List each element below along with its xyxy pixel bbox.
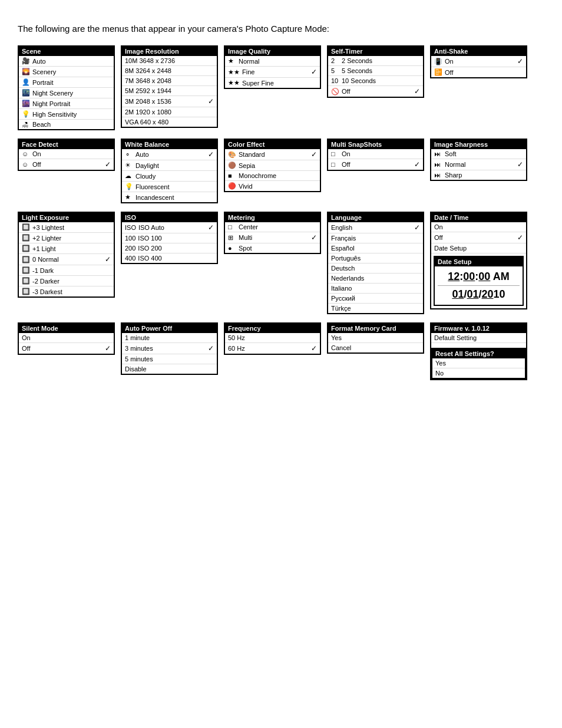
menu-item-face-detect-0[interactable]: ☺On: [19, 149, 114, 159]
menu-item-scene-5[interactable]: 💡High Sensitivity: [19, 109, 114, 120]
menu-item-color-effect-1[interactable]: 🟤Sepia: [225, 160, 320, 171]
menu-item-white-balance-0[interactable]: ⚬Auto✓: [122, 149, 217, 160]
menu-item-face-detect-1[interactable]: ☺Off✓: [19, 159, 114, 170]
item-label-scene-5: High Sensitivity: [32, 111, 77, 118]
menu-item-image-resolution-5[interactable]: 2M 1920 x 1080: [122, 107, 217, 117]
item-icon-color-effect-1: 🟤: [228, 162, 236, 169]
menu-item-image-quality-2[interactable]: ★★Super Fine: [225, 78, 320, 88]
menu-item-image-resolution-6[interactable]: VGA 640 x 480: [122, 117, 217, 127]
menu-item-multi-snapshots-0[interactable]: □On: [328, 149, 423, 159]
checkmark-image-sharpness-1: ✓: [517, 160, 523, 169]
menu-item-format-memory-1[interactable]: Cancel: [328, 343, 423, 353]
checkmark-silent-mode-1: ✓: [105, 344, 111, 353]
menu-item-iso-0[interactable]: ISOISO Auto✓: [122, 222, 217, 233]
menu-item-language-6[interactable]: Italiano: [328, 284, 423, 294]
menu-item-language-0[interactable]: English✓: [328, 222, 423, 233]
menu-item-light-exposure-1[interactable]: 🔲+2 Lighter: [19, 233, 114, 243]
menu-item-image-resolution-1[interactable]: 8M 3264 x 2448: [122, 66, 217, 76]
menu-item-date-time-0[interactable]: On: [431, 222, 526, 232]
menu-item-white-balance-1[interactable]: ☀Daylight: [122, 160, 217, 171]
menu-item-silent-mode-0[interactable]: On: [19, 333, 114, 343]
menu-item-date-time-1[interactable]: Off✓: [431, 232, 526, 243]
menu-item-image-sharpness-1[interactable]: ⏭Normal✓: [431, 159, 526, 170]
menu-item-firmware-0[interactable]: Default Setting: [431, 333, 526, 343]
menu-item-light-exposure-2[interactable]: 🔲+1 Light: [19, 243, 114, 254]
menu-self-timer: Self-Timer22 Seconds55 Seconds1010 Secon…: [327, 45, 424, 98]
menu-item-image-resolution-0[interactable]: 10M 3648 x 2736: [122, 56, 217, 66]
menu-item-scene-6[interactable]: 🏖Beach: [19, 120, 114, 129]
menu-item-format-memory-0[interactable]: Yes: [328, 333, 423, 343]
menu-item-white-balance-2[interactable]: ☁Cloudy: [122, 171, 217, 182]
item-icon-metering-1: ⊞: [228, 234, 236, 242]
menu-item-frequency-1[interactable]: 60 Hz✓: [225, 343, 320, 354]
menu-white-balance: White Balance⚬Auto✓☀Daylight☁Cloudy💡Fluo…: [121, 139, 218, 203]
reset-item-1[interactable]: No: [432, 368, 525, 378]
menu-item-language-1[interactable]: Français: [328, 233, 423, 243]
menu-item-light-exposure-4[interactable]: 🔲-1 Dark: [19, 265, 114, 276]
menu-item-light-exposure-5[interactable]: 🔲-2 Darker: [19, 276, 114, 286]
item-label-anti-shake-1: Off: [445, 69, 453, 76]
menu-item-auto-power-off-0[interactable]: 1 minute: [122, 333, 217, 343]
menu-item-color-effect-2[interactable]: ■Monochrome: [225, 171, 320, 181]
menu-item-iso-2[interactable]: 200ISO 200: [122, 243, 217, 253]
menu-item-anti-shake-1[interactable]: 📴Off: [431, 67, 526, 77]
menu-item-image-quality-0[interactable]: ★Normal: [225, 56, 320, 67]
menu-item-auto-power-off-2[interactable]: 5 minutes: [122, 354, 217, 364]
menu-item-silent-mode-1[interactable]: Off✓: [19, 343, 114, 354]
menu-item-auto-power-off-3[interactable]: Disable: [122, 364, 217, 374]
menu-header-self-timer: Self-Timer: [328, 47, 423, 56]
menu-item-white-balance-3[interactable]: 💡Fluorescent: [122, 182, 217, 192]
menu-header-white-balance: White Balance: [122, 140, 217, 149]
menu-item-self-timer-0[interactable]: 22 Seconds: [328, 56, 423, 66]
item-icon-light-exposure-2: 🔲: [22, 245, 30, 252]
menu-item-image-resolution-3[interactable]: 5M 2592 x 1944: [122, 86, 217, 96]
menu-item-language-8[interactable]: Türkçe: [328, 304, 423, 313]
menu-item-image-resolution-4[interactable]: 3M 2048 x 1536✓: [122, 96, 217, 107]
menu-header-anti-shake: Anti-Shake: [431, 47, 526, 56]
reset-item-0[interactable]: Yes: [432, 358, 525, 368]
menu-item-language-2[interactable]: Español: [328, 243, 423, 253]
item-icon-scene-1: 🌄: [22, 68, 30, 75]
menu-item-light-exposure-3[interactable]: 🔲0 Normal✓: [19, 254, 114, 265]
menu-item-language-7[interactable]: Русский: [328, 294, 423, 304]
item-icon-light-exposure-0: 🔲: [22, 223, 30, 231]
menu-item-color-effect-0[interactable]: 🎨Standard✓: [225, 149, 320, 160]
menu-item-self-timer-3[interactable]: 🚫Off✓: [328, 86, 423, 97]
menu-item-scene-0[interactable]: 🎥Auto: [19, 56, 114, 67]
item-icon-scene-4: 🌆: [22, 100, 30, 107]
menu-item-metering-0[interactable]: □Center: [225, 222, 320, 232]
menu-item-language-3[interactable]: Português: [328, 253, 423, 263]
menu-item-language-4[interactable]: Deutsch: [328, 263, 423, 274]
item-label-image-resolution-6: VGA 640 x 480: [125, 118, 168, 126]
menu-item-image-quality-1[interactable]: ★★Fine✓: [225, 67, 320, 78]
menu-item-multi-snapshots-1[interactable]: □Off✓: [328, 159, 423, 170]
checkmark-self-timer-3: ✓: [414, 87, 420, 95]
menu-item-scene-4[interactable]: 🌆Night Portrait: [19, 98, 114, 109]
menu-item-auto-power-off-1[interactable]: 3 minutes✓: [122, 343, 217, 354]
menu-item-metering-2[interactable]: ●Spot: [225, 243, 320, 253]
menu-item-white-balance-4[interactable]: ★Incandescent: [122, 192, 217, 202]
menu-item-self-timer-2[interactable]: 1010 Seconds: [328, 76, 423, 86]
menu-item-language-5[interactable]: Nederlands: [328, 274, 423, 284]
item-icon-white-balance-0: ⚬: [125, 151, 133, 159]
menu-item-scene-3[interactable]: 🌃Night Scenery: [19, 88, 114, 98]
item-icon-color-effect-0: 🎨: [228, 151, 236, 159]
menu-item-metering-1[interactable]: ⊞Multi✓: [225, 232, 320, 243]
menu-item-scene-1[interactable]: 🌄Scenery: [19, 67, 114, 77]
menu-item-light-exposure-0[interactable]: 🔲+3 Lightest: [19, 222, 114, 233]
menu-item-scene-2[interactable]: 👤Portrait: [19, 77, 114, 88]
menu-item-image-resolution-2[interactable]: 7M 3648 x 2048: [122, 76, 217, 86]
menu-item-anti-shake-0[interactable]: 📳On✓: [431, 56, 526, 67]
menu-item-image-sharpness-0[interactable]: ⏭Soft: [431, 149, 526, 159]
menu-item-image-sharpness-2[interactable]: ⏭Sharp: [431, 170, 526, 180]
item-icon-self-timer-1: 5: [331, 67, 339, 74]
menu-item-light-exposure-6[interactable]: 🔲-3 Darkest: [19, 286, 114, 297]
menu-item-iso-3[interactable]: 400ISO 400: [122, 253, 217, 263]
menu-item-self-timer-1[interactable]: 55 Seconds: [328, 66, 423, 76]
item-label-language-8: Türkçe: [331, 305, 351, 312]
menu-item-date-time-2[interactable]: Date Setup: [431, 243, 526, 253]
menu-item-iso-1[interactable]: 100ISO 100: [122, 233, 217, 243]
menu-item-frequency-0[interactable]: 50 Hz: [225, 333, 320, 343]
item-label-scene-6: Beach: [32, 121, 51, 128]
menu-item-color-effect-3[interactable]: 🔴Vivid: [225, 181, 320, 191]
